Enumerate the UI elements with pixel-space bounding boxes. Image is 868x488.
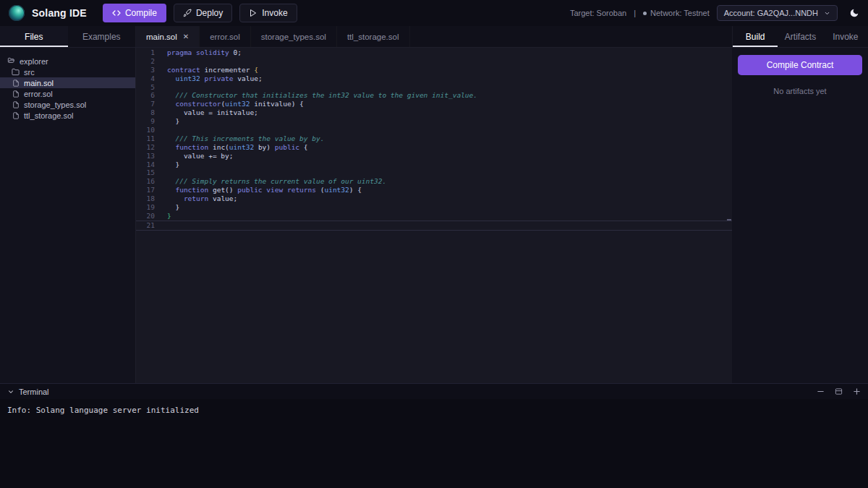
line-number: 2 — [136, 57, 155, 66]
build-panel: Compile Contract No artifacts yet — [732, 48, 868, 383]
editor-tab-storage_types.sol[interactable]: storage_types.sol — [251, 26, 337, 47]
explorer-root[interactable]: explorer — [0, 56, 135, 67]
editor-scrollbar[interactable] — [726, 48, 732, 383]
theme-toggle-button[interactable] — [849, 8, 859, 18]
line-number: 15 — [136, 168, 155, 177]
invoke-button-label: Invoke — [262, 8, 287, 18]
code-line[interactable]: 19 } — [136, 203, 732, 212]
code-line[interactable]: 3contract incrementer { — [136, 66, 732, 74]
compile-button-label: Compile — [125, 8, 157, 18]
code-line[interactable]: 12 function inc(uint32 by) public { — [136, 143, 732, 152]
folder-open-icon — [7, 57, 15, 65]
code-text — [155, 126, 167, 134]
panel-tab-invoke[interactable]: Invoke — [823, 26, 868, 47]
code-text: uint32 private value; — [155, 74, 263, 83]
code-text: return value; — [155, 194, 237, 203]
code-text — [155, 57, 167, 66]
code-line[interactable]: 16 /// Simply returns the current value … — [136, 177, 732, 186]
terminal-header[interactable]: Terminal — [0, 383, 868, 399]
deploy-button[interactable]: Deploy — [174, 4, 232, 22]
code-line[interactable]: 5 — [136, 83, 732, 92]
network-dot-icon — [643, 12, 647, 15]
line-number: 16 — [136, 177, 155, 186]
code-line[interactable]: 4 uint32 private value; — [136, 74, 732, 83]
account-select[interactable]: Account: GA2QAJ...NNDH — [717, 5, 838, 21]
terminal-log-line: Info: Solang language server initialized — [7, 406, 199, 415]
file-name: ttl_storage.sol — [24, 111, 73, 120]
code-text — [155, 83, 167, 92]
rocket-icon — [183, 9, 192, 17]
code-line[interactable]: 17 function get() public view returns (u… — [136, 186, 732, 194]
code-line[interactable]: 10 — [136, 126, 732, 134]
code-line[interactable]: 11 /// This increments the value by by. — [136, 134, 732, 143]
code-text: value += by; — [155, 152, 234, 160]
code-line[interactable]: 15 — [136, 168, 732, 177]
code-text — [155, 168, 167, 177]
sidebar-tab-files[interactable]: Files — [0, 26, 68, 47]
code-line[interactable]: 21 — [136, 221, 732, 231]
file-item-storage_types.sol[interactable]: storage_types.sol — [0, 99, 135, 110]
file-item-main.sol[interactable]: main.sol — [0, 77, 135, 88]
chevron-down-icon — [7, 388, 14, 395]
tab-label: storage_types.sol — [261, 33, 326, 41]
panel-icon[interactable] — [835, 388, 843, 395]
code-line[interactable]: 13 value += by; — [136, 152, 732, 160]
code-line[interactable]: 8 value = initvalue; — [136, 108, 732, 117]
panel-tabs: BuildArtifactsInvoke — [732, 26, 868, 47]
tab-label: main.sol — [146, 33, 177, 41]
line-number: 7 — [136, 100, 155, 108]
editor-tab-error.sol[interactable]: error.sol — [200, 26, 251, 47]
terminal-title: Terminal — [19, 388, 49, 396]
panel-tab-artifacts[interactable]: Artifacts — [778, 26, 822, 47]
sidebar-tab-examples[interactable]: Examples — [68, 26, 136, 47]
tab-label: Files — [25, 32, 43, 42]
editor-tab-main.sol[interactable]: main.sol✕ — [136, 26, 200, 47]
code-text: function inc(uint32 by) public { — [155, 143, 308, 152]
close-icon[interactable]: ✕ — [183, 33, 189, 40]
terminal-output[interactable]: Info: Solang language server initialized — [0, 399, 868, 488]
code-line[interactable]: 6 /// Constructor that initializes the i… — [136, 91, 732, 100]
file-name: storage_types.sol — [24, 100, 86, 109]
compile-contract-button[interactable]: Compile Contract — [738, 55, 862, 75]
file-name: main.sol — [24, 79, 54, 87]
code-line[interactable]: 1pragma solidity 0; — [136, 48, 732, 57]
line-number: 1 — [136, 48, 155, 57]
no-artifacts-text: No artifacts yet — [773, 87, 826, 95]
file-icon — [12, 90, 20, 98]
code-text: } — [155, 160, 179, 169]
code-lines: 1pragma solidity 0;23contract incremente… — [136, 48, 732, 231]
line-number: 14 — [136, 160, 155, 169]
panel-tab-build[interactable]: Build — [733, 26, 778, 47]
plus-icon[interactable] — [853, 388, 861, 395]
line-number: 3 — [136, 66, 155, 74]
code-line[interactable]: 20} — [136, 212, 732, 221]
editor-tab-ttl_storage.sol[interactable]: ttl_storage.sol — [337, 26, 410, 47]
network-status: Network: Testnet — [643, 9, 710, 17]
line-number: 8 — [136, 108, 155, 117]
moon-icon — [849, 8, 859, 18]
line-number: 13 — [136, 152, 155, 160]
code-line[interactable]: 7 constructor(uint32 initvalue) { — [136, 100, 732, 108]
line-number: 11 — [136, 134, 155, 143]
compile-button[interactable]: Compile — [103, 4, 166, 22]
network-label: Network: Testnet — [650, 9, 710, 17]
invoke-button[interactable]: Invoke — [239, 4, 297, 22]
folder-src[interactable]: src — [0, 67, 135, 77]
code-line[interactable]: 18 return value; — [136, 194, 732, 203]
file-item-error.sol[interactable]: error.sol — [0, 88, 135, 99]
code-editor[interactable]: 1pragma solidity 0;23contract incremente… — [136, 48, 732, 383]
file-explorer: explorer src main.solerror.solstorage_ty… — [0, 48, 136, 383]
code-line[interactable]: 14 } — [136, 160, 732, 169]
code-line[interactable]: 2 — [136, 57, 732, 66]
code-text: } — [155, 212, 171, 221]
code-line[interactable]: 9 } — [136, 117, 732, 126]
file-item-ttl_storage.sol[interactable]: ttl_storage.sol — [0, 110, 135, 121]
code-text: constructor(uint32 initvalue) { — [155, 100, 304, 108]
code-text — [155, 221, 167, 230]
minimize-icon[interactable] — [817, 388, 825, 395]
play-icon — [249, 9, 258, 17]
tab-label: Examples — [82, 32, 121, 42]
tab-label: ttl_storage.sol — [347, 33, 399, 41]
file-list: main.solerror.solstorage_types.solttl_st… — [0, 77, 135, 121]
code-text: /// Constructor that initializes the int… — [155, 91, 477, 100]
